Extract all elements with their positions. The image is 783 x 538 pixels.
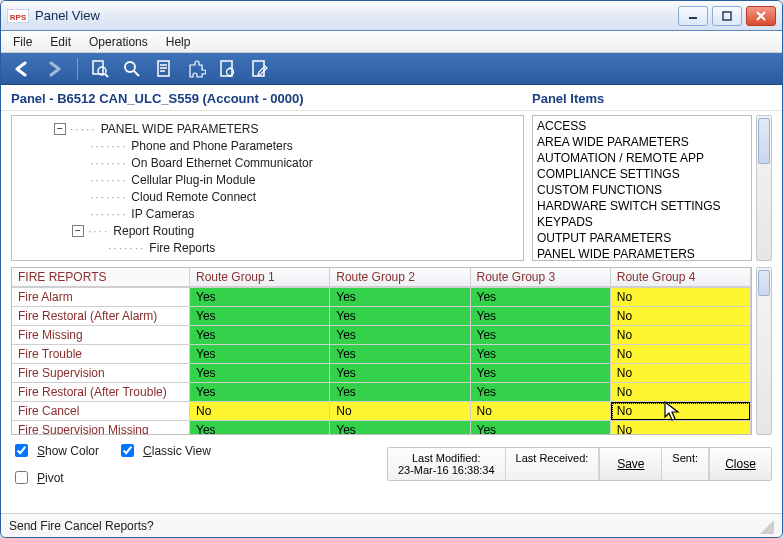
scrollbar-thumb[interactable]	[758, 118, 770, 164]
cell[interactable]: Yes	[471, 345, 611, 364]
cell[interactable]: Yes	[471, 421, 611, 435]
tree-node-label: Cellular Plug-in Module	[131, 173, 255, 187]
integrations-button[interactable]	[184, 57, 208, 81]
menu-help[interactable]: Help	[158, 33, 199, 51]
cell[interactable]: Yes	[330, 307, 470, 326]
cell[interactable]: No	[611, 345, 751, 364]
collapse-icon[interactable]: −	[72, 225, 84, 237]
page-tools-button[interactable]	[216, 57, 240, 81]
minimize-button[interactable]	[678, 6, 708, 26]
table-row[interactable]: Fire AlarmYesYesYesNo	[12, 288, 751, 307]
tree-node[interactable]: ·······Fire Reports	[18, 239, 523, 256]
grid-col-3[interactable]: Route Group 3	[471, 268, 611, 287]
cell[interactable]: Yes	[330, 383, 470, 402]
cell[interactable]: No	[611, 383, 751, 402]
menu-operations[interactable]: Operations	[81, 33, 156, 51]
save-label: Save	[617, 457, 644, 471]
cell[interactable]: Yes	[190, 364, 330, 383]
panel-item[interactable]: COMPLIANCE SETTINGS	[537, 166, 747, 182]
tree-node[interactable]: ·······Cloud Remote Connect	[18, 188, 523, 205]
cell[interactable]: Yes	[190, 307, 330, 326]
window-controls	[678, 6, 776, 26]
show-color-checkbox[interactable]: Show Color	[11, 441, 99, 460]
tree-report-label: Report Routing	[113, 224, 194, 238]
panel-item[interactable]: OUTPUT PARAMETERS	[537, 230, 747, 246]
grid-col-2[interactable]: Route Group 2	[330, 268, 470, 287]
tree-node[interactable]: ·······Cellular Plug-in Module	[18, 171, 523, 188]
cell[interactable]: Yes	[190, 326, 330, 345]
edit-page-button[interactable]	[248, 57, 272, 81]
panel-item[interactable]: KEYPADS	[537, 214, 747, 230]
cell[interactable]: Yes	[330, 364, 470, 383]
tree-node[interactable]: ·······IP Cameras	[18, 205, 523, 222]
tree-report-routing[interactable]: − ···· Report Routing	[18, 222, 523, 239]
panel-item[interactable]: ACCESS	[537, 118, 747, 134]
save-button[interactable]: Save	[599, 448, 661, 480]
cell[interactable]: Yes	[190, 421, 330, 435]
cell[interactable]: Yes	[330, 288, 470, 307]
cell[interactable]: Yes	[471, 288, 611, 307]
cell[interactable]: No	[611, 402, 751, 421]
panel-items-list[interactable]: ACCESSAREA WIDE PARAMETERSAUTOMATION / R…	[532, 115, 752, 261]
tree-node[interactable]: ·······Gas Reports	[18, 256, 523, 261]
table-row[interactable]: Fire Restoral (After Trouble)YesYesYesNo	[12, 383, 751, 402]
cell[interactable]: No	[611, 364, 751, 383]
table-row[interactable]: Fire TroubleYesYesYesNo	[12, 345, 751, 364]
cell[interactable]: Yes	[190, 383, 330, 402]
cell[interactable]: Yes	[471, 307, 611, 326]
panel-items-scrollbar[interactable]	[756, 115, 772, 261]
cell[interactable]: No	[611, 307, 751, 326]
pivot-checkbox[interactable]: Pivot	[11, 468, 99, 487]
tree-node[interactable]: ·······Phone and Phone Parameters	[18, 137, 523, 154]
classic-view-checkbox[interactable]: Classic View	[117, 441, 211, 460]
cell[interactable]: Yes	[330, 345, 470, 364]
cell[interactable]: No	[471, 402, 611, 421]
svg-line-9	[134, 71, 139, 76]
cell[interactable]: No	[611, 326, 751, 345]
grid-col-1[interactable]: Route Group 1	[190, 268, 330, 287]
table-row[interactable]: Fire MissingYesYesYesNo	[12, 326, 751, 345]
panel-item[interactable]: CUSTOM FUNCTIONS	[537, 182, 747, 198]
table-row[interactable]: Fire Supervision MissingYesYesYesNo	[12, 421, 751, 435]
panel-item[interactable]: AREA WIDE PARAMETERS	[537, 134, 747, 150]
cell[interactable]: Yes	[330, 326, 470, 345]
scrollbar-thumb[interactable]	[758, 270, 770, 296]
menu-file[interactable]: File	[5, 33, 40, 51]
table-row[interactable]: Fire SupervisionYesYesYesNo	[12, 364, 751, 383]
cell[interactable]: No	[190, 402, 330, 421]
close-button[interactable]	[746, 6, 776, 26]
resize-grip-icon[interactable]	[758, 518, 774, 534]
menu-edit[interactable]: Edit	[42, 33, 79, 51]
zoom-page-button[interactable]	[88, 57, 112, 81]
close-panel-button[interactable]: Close	[709, 448, 771, 480]
notes-button[interactable]	[152, 57, 176, 81]
panel-item[interactable]: HARDWARE SWITCH SETTINGS	[537, 198, 747, 214]
tree-node[interactable]: ·······On Board Ethernet Communicator	[18, 154, 523, 171]
cell[interactable]: Yes	[330, 421, 470, 435]
back-button[interactable]	[11, 57, 35, 81]
table-row[interactable]: Fire Restoral (After Alarm)YesYesYesNo	[12, 307, 751, 326]
cell[interactable]: No	[611, 288, 751, 307]
panel-item[interactable]: PANEL WIDE PARAMETERS	[537, 246, 747, 261]
sent-label: Sent:	[672, 452, 698, 464]
collapse-icon[interactable]: −	[54, 123, 66, 135]
panel-item[interactable]: AUTOMATION / REMOTE APP	[537, 150, 747, 166]
cell[interactable]: Yes	[471, 326, 611, 345]
maximize-button[interactable]	[712, 6, 742, 26]
forward-button[interactable]	[43, 57, 67, 81]
tree-root[interactable]: − ····· PANEL WIDE PARAMETERS	[18, 120, 523, 137]
panel-items-heading: Panel Items	[532, 91, 772, 106]
cell[interactable]: Yes	[190, 345, 330, 364]
grid-col-4[interactable]: Route Group 4	[611, 268, 751, 287]
cell[interactable]: Yes	[471, 364, 611, 383]
cell[interactable]: Yes	[190, 288, 330, 307]
row-label: Fire Restoral (After Trouble)	[12, 383, 190, 402]
search-button[interactable]	[120, 57, 144, 81]
tree-view[interactable]: − ····· PANEL WIDE PARAMETERS ·······Pho…	[11, 115, 524, 261]
table-row[interactable]: Fire CancelNoNoNoNo	[12, 402, 751, 421]
grid-scrollbar[interactable]	[756, 267, 772, 435]
report-grid[interactable]: FIRE REPORTS Route Group 1 Route Group 2…	[11, 267, 752, 435]
cell[interactable]: No	[611, 421, 751, 435]
cell[interactable]: No	[330, 402, 470, 421]
cell[interactable]: Yes	[471, 383, 611, 402]
